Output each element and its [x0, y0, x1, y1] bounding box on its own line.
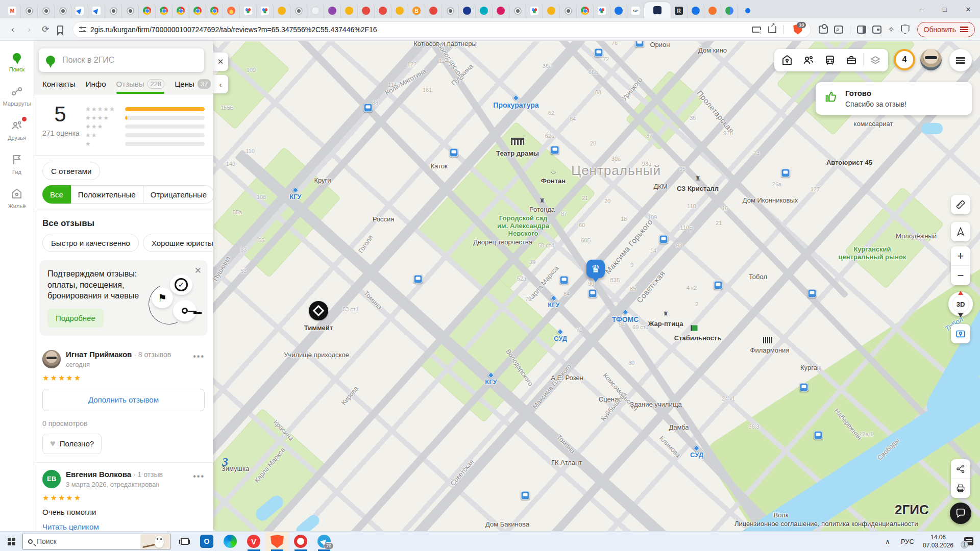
map-poi-label[interactable]: Орион	[650, 41, 670, 48]
read-full-link[interactable]: Читать целиком	[42, 522, 99, 531]
map-poi-label[interactable]: Прокуратура	[493, 95, 538, 109]
maximize-button[interactable]: □	[933, 6, 957, 13]
tab-отзывы[interactable]: Отзывы228	[116, 73, 165, 94]
map-poi-label[interactable]: Городской сад им. Александра Невского	[497, 215, 549, 238]
map-poi-label[interactable]: Здание училища	[630, 401, 681, 409]
sidebar-item-поиск[interactable]: Поиск	[0, 51, 34, 72]
menu-button[interactable]	[949, 49, 972, 71]
map-poi-label[interactable]: Училище приходское	[284, 352, 349, 359]
reload-button[interactable]: ⟳	[38, 22, 53, 37]
bus-stop-icon[interactable]	[414, 275, 423, 284]
user-avatar[interactable]	[920, 49, 942, 70]
bus-stop-icon[interactable]	[551, 146, 559, 155]
map-poi-label[interactable]: комиссариат	[854, 120, 893, 128]
license-links[interactable]: Лицензионное соглашение, политика конфид…	[734, 520, 918, 528]
forward-button[interactable]: ›	[21, 22, 37, 37]
sidebar-item-друзья[interactable]: Друзья	[0, 119, 34, 141]
tray-expand-icon[interactable]: ∧	[879, 538, 896, 545]
taskbar-app-msg[interactable]: 70	[312, 532, 336, 551]
bus-stop-icon[interactable]	[635, 41, 644, 47]
pinned-tab-gold[interactable]	[391, 3, 408, 18]
review-menu-icon[interactable]: •••	[193, 472, 205, 481]
bus-stop-icon[interactable]	[560, 276, 569, 285]
taskbar-search[interactable]: Поиск	[22, 534, 170, 549]
vpn-icon[interactable]	[901, 24, 910, 34]
map-poi-label[interactable]: Тиммейт	[304, 324, 333, 332]
friends-icon[interactable]	[798, 49, 819, 71]
pinned-tab-dots[interactable]	[526, 3, 543, 18]
start-button[interactable]	[0, 532, 22, 551]
pinned-tab-dash[interactable]	[509, 3, 526, 18]
realty-icon[interactable]	[776, 49, 798, 71]
language-indicator[interactable]: РУС	[896, 538, 919, 545]
bus-stop-icon[interactable]	[814, 431, 823, 440]
helpful-button[interactable]: ♥Полезно?	[42, 434, 102, 454]
pinned-tab-chrome[interactable]	[156, 3, 173, 18]
sidebar-item-жильё[interactable]: Жильё	[0, 187, 34, 209]
pinned-tab-ghost[interactable]	[307, 3, 324, 18]
pinned-tab-red[interactable]	[375, 3, 391, 18]
close-card-button[interactable]: ✕	[213, 53, 228, 71]
pinned-tab-dash[interactable]	[122, 3, 139, 18]
active-tab[interactable]	[644, 2, 671, 18]
map-poi-label[interactable]: Россия	[373, 216, 395, 223]
action-center-button[interactable]: 1	[958, 532, 980, 551]
bookmark-icon[interactable]	[57, 26, 63, 33]
bus-stop-icon[interactable]	[589, 289, 597, 298]
add-review-button[interactable]: Дополнить отзывом	[42, 389, 205, 411]
back-button[interactable]: ‹	[5, 22, 20, 37]
clock[interactable]: 14:06 07.03.2026	[919, 533, 958, 549]
bus-stop-icon[interactable]	[450, 148, 458, 157]
map-poi-label[interactable]: Каток	[430, 163, 447, 170]
map-poi-label[interactable]: Театр драмы	[496, 150, 539, 158]
timmate-logo[interactable]	[309, 301, 328, 320]
notifications-count[interactable]: 4	[894, 49, 915, 70]
pinned-tab-dash[interactable]	[55, 3, 71, 18]
search-box[interactable]: Поиск в 2ГИС	[39, 48, 204, 72]
pinned-tab-gold[interactable]	[341, 3, 358, 18]
extensions-icon[interactable]	[819, 26, 828, 34]
pinned-tab-nav[interactable]	[88, 3, 105, 18]
review-tag-chip[interactable]: Хорошие юристы	[143, 234, 213, 252]
pinned-tab-dash[interactable]	[442, 3, 459, 18]
pinned-tab-chrome[interactable]	[139, 3, 156, 18]
share-icon[interactable]	[768, 26, 776, 33]
pinned-tab-blue[interactable]	[688, 3, 704, 18]
map-poi-label[interactable]: Жар-птица	[648, 320, 683, 328]
map-poi-label[interactable]: Автоюрист 45	[826, 159, 872, 167]
tab-sp[interactable]: SP	[627, 3, 644, 18]
map-poi-label[interactable]: Курган	[800, 364, 821, 372]
pinned-tab-nav[interactable]	[71, 3, 88, 18]
pinned-tab-fire[interactable]	[223, 3, 240, 18]
map-poi-label[interactable]: Тобол	[749, 273, 767, 281]
pinned-tab-dash[interactable]	[560, 3, 577, 18]
zoom-in-button[interactable]: +	[951, 246, 970, 266]
leo-ai-icon[interactable]: ✧	[888, 24, 894, 34]
map-poi-label[interactable]: КГУ	[289, 188, 301, 201]
bus-stop-icon[interactable]	[659, 235, 668, 244]
map-poi-label[interactable]: ГК Атлант	[551, 459, 582, 467]
map-poi-label[interactable]: Филармония	[750, 347, 790, 355]
pinned-tab-dots[interactable]	[257, 3, 274, 18]
map-poi-label[interactable]: СУД	[554, 330, 567, 343]
taskbar-app-outlook[interactable]: O	[195, 532, 218, 551]
pinned-tab-coinB[interactable]: B	[408, 3, 425, 18]
pinned-tab-dash[interactable]	[21, 3, 38, 18]
pinned-tab-navy[interactable]	[459, 3, 476, 18]
pinned-tab-gmail[interactable]: M	[4, 3, 21, 18]
bus-stop-icon[interactable]	[714, 281, 723, 290]
sidebar-item-маршруты[interactable]: Маршруты	[0, 85, 34, 107]
map-poi-label[interactable]: А.Е. Розен	[551, 374, 583, 382]
minimize-button[interactable]: –	[910, 6, 933, 13]
map-poi-label[interactable]: СЗ Кристалл	[677, 185, 719, 193]
filter-segment[interactable]: Положительные	[71, 185, 143, 204]
map-poi-label[interactable]: ТФОМС	[612, 310, 639, 323]
bus-stop-icon[interactable]	[521, 491, 530, 500]
task-view-button[interactable]	[175, 532, 195, 551]
map-poi-label[interactable]: ДКМ	[653, 183, 667, 191]
close-button[interactable]: ✕	[957, 6, 980, 13]
map-poi-label[interactable]: Ротонда	[529, 206, 555, 214]
filter-segment[interactable]: Отрицательные	[143, 185, 213, 204]
bus-stop-icon[interactable]	[595, 48, 603, 57]
review-menu-icon[interactable]: •••	[193, 352, 205, 361]
